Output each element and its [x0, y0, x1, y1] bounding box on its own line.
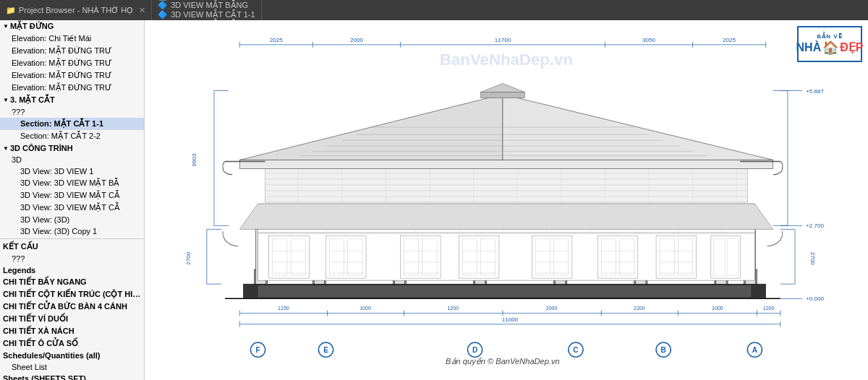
sidebar-content: ▼ MẶT ĐỨNGElevation: Chi Tiết MáiElevati… [0, 20, 144, 380]
sidebar-item[interactable]: Legends [0, 264, 144, 276]
expand-icon: ▼ [3, 97, 9, 103]
svg-text:+5.887: +5.887 [806, 88, 824, 95]
svg-rect-66 [481, 239, 495, 276]
expand-icon: ▼ [3, 145, 9, 152]
svg-text:Bản quyền © BanVeNhaDep.vn: Bản quyền © BanVeNhaDep.vn [446, 357, 560, 366]
svg-rect-139 [481, 92, 525, 98]
sidebar-item[interactable]: Section: MẶT CẮT 2-2 [0, 130, 144, 142]
logo-middle: NHÀ 🏠 ĐẸP [796, 40, 864, 56]
sidebar-item[interactable]: CHI TIẾT Ô CỬA SỔ [0, 337, 144, 350]
sidebar-item[interactable]: ??? [0, 106, 144, 118]
svg-rect-72 [554, 239, 569, 276]
svg-marker-140 [481, 83, 525, 92]
svg-text:2700: 2700 [185, 251, 192, 264]
svg-rect-77 [601, 239, 616, 276]
tab-3d-mat-bang[interactable]: 🔷3D VIEW MẶT BẰNG [152, 1, 261, 10]
logo-house-icon: 🏠 [822, 40, 838, 56]
logo-top-text: BẢN VẼ [817, 33, 842, 40]
logo-dep: ĐẸP [840, 40, 863, 54]
sidebar-item[interactable]: KẾT CẤU [0, 241, 144, 253]
sidebar-item[interactable]: Elevation: Chi Tiết Mái [0, 33, 144, 45]
svg-rect-54 [348, 239, 362, 276]
tab-label-3d-mat-bang: 3D VIEW MẶT BẰNG [171, 1, 248, 10]
svg-text:E: E [323, 346, 328, 354]
svg-text:2025: 2025 [270, 37, 283, 43]
sidebar-item[interactable]: 3D View: (3D) Copy 1 [0, 225, 144, 237]
svg-rect-83 [660, 239, 674, 276]
sidebar-section[interactable]: ▼ 3D CÔNG TRÌNH [0, 142, 144, 154]
svg-rect-47 [273, 239, 287, 276]
svg-text:11000: 11000 [502, 316, 519, 323]
svg-text:2700: 2700 [809, 252, 816, 265]
sidebar-item[interactable]: 3D View: 3D VIEW MẶT BẰ [0, 177, 144, 189]
project-icon: 📁 [6, 6, 16, 15]
sidebar-item[interactable]: CHI TIẾT CỬA BỨC BÀN 4 CÁNH [0, 301, 144, 313]
logo-nha: NHÀ [796, 41, 822, 54]
sidebar-item[interactable]: Elevation: MẶT ĐỨNG TRƯ [0, 45, 144, 57]
architectural-drawing: BanVeNhaDep.vn 2025 2000 11700 3050 2025… [145, 20, 868, 380]
sidebar-item[interactable]: Section: MẶT CẮT 1-1 [0, 118, 144, 130]
sidebar-item[interactable]: CHI TIẾT VÍ DUỔI [0, 313, 144, 325]
sidebar-item[interactable]: Elevation: MẶT ĐỨNG TRƯ [0, 82, 144, 94]
sidebar-item[interactable]: Sheets (SHEETS SET) [0, 373, 144, 380]
sidebar-item[interactable]: 3D View: 3D VIEW MẶT CẮ [0, 189, 144, 202]
svg-text:F: F [255, 346, 260, 354]
tab-label-3d-mat-cat-11: 3D VIEW MẶT CẮT 1-1 [171, 10, 255, 20]
sidebar-item[interactable]: Elevation: MẶT ĐỨNG TRƯ [0, 69, 144, 82]
svg-rect-65 [462, 239, 477, 276]
sidebar-item[interactable]: 3D View: 3D VIEW 1 [0, 165, 144, 177]
svg-rect-28 [258, 285, 752, 297]
sidebar-section[interactable]: ▼ 3. MẶT CẮT [0, 94, 144, 106]
sidebar-item[interactable]: 3D [0, 154, 144, 165]
svg-text:2025: 2025 [723, 37, 736, 43]
svg-text:2000: 2000 [350, 37, 363, 43]
project-browser-title: 📁 Project Browser - NHÀ THỜ HỌ ✕ [0, 0, 152, 20]
svg-rect-124 [239, 160, 773, 168]
svg-rect-60 [422, 239, 437, 276]
tab-icon-3d-mat-bang: 🔷 [158, 1, 168, 10]
svg-rect-53 [330, 239, 344, 276]
tab-bar: 📁 Project Browser - NHÀ THỜ HỌ ✕ 📄KT.14 … [0, 0, 868, 20]
main-content: ▼ MẶT ĐỨNGElevation: Chi Tiết MáiElevati… [0, 20, 868, 380]
svg-text:1150: 1150 [278, 306, 289, 311]
sidebar-item[interactable]: 3D View: 3D VIEW MẶT CẮ [0, 202, 144, 214]
svg-text:1200: 1200 [447, 306, 459, 311]
svg-text:+2.700: +2.700 [806, 223, 824, 229]
svg-text:B: B [661, 346, 666, 354]
logo-box: BẢN VẼ NHÀ 🏠 ĐẸP [797, 26, 862, 62]
svg-text:A: A [752, 346, 758, 354]
svg-rect-78 [620, 239, 634, 276]
sidebar-item[interactable]: Sheet List [0, 361, 144, 373]
svg-text:9903: 9903 [191, 153, 197, 166]
drawing-area: BẢN VẼ NHÀ 🏠 ĐẸP BanVeNhaDep.vn 2025 200… [145, 20, 868, 380]
sidebar-item[interactable]: CHI TIẾT CỘT KIẾN TRÚC (CỘT HIÊN) [0, 288, 144, 301]
svg-text:1000: 1000 [712, 306, 723, 311]
expand-icon: ▼ [3, 23, 9, 30]
sidebar-item[interactable]: ??? [0, 253, 144, 264]
svg-rect-71 [535, 239, 550, 276]
tabs-container: 📄KT.14 - CHI TIẾT CỬA📄KT.15 - CHI TIẾT (… [152, 0, 261, 20]
svg-rect-90 [727, 239, 738, 276]
sidebar-section[interactable]: ▼ MẶT ĐỨNG [0, 20, 144, 33]
svg-text:1000: 1000 [359, 306, 371, 311]
svg-text:2000: 2000 [546, 306, 558, 311]
close-project-browser[interactable]: ✕ [139, 6, 145, 15]
sidebar-item[interactable]: Schedules/Quantities (all) [0, 350, 144, 361]
sidebar-item[interactable]: 3D View: (3D) [0, 214, 144, 225]
svg-rect-89 [714, 239, 725, 276]
sidebar-item[interactable]: CHI TIẾT XÀ NÁCH [0, 325, 144, 337]
sidebar-item[interactable]: CHI TIẾT BẨY NGANG [0, 276, 144, 288]
svg-text:3050: 3050 [642, 37, 655, 43]
svg-text:2200: 2200 [634, 306, 645, 311]
svg-text:1200: 1200 [763, 306, 775, 311]
tab-icon-3d-mat-cat-11: 🔷 [158, 10, 168, 20]
svg-rect-59 [404, 239, 419, 276]
svg-text:C: C [573, 346, 579, 354]
svg-text:D: D [472, 346, 477, 354]
svg-rect-48 [291, 239, 305, 276]
sidebar-item[interactable]: Elevation: MẶT ĐỨNG TRƯ [0, 57, 144, 69]
tab-3d-mat-cat-11[interactable]: 🔷3D VIEW MẶT CẮT 1-1 [152, 10, 261, 20]
svg-text:+0.000: +0.000 [806, 295, 824, 302]
svg-text:11700: 11700 [495, 37, 511, 43]
svg-text:BanVeNhaDep.vn: BanVeNhaDep.vn [440, 51, 573, 69]
